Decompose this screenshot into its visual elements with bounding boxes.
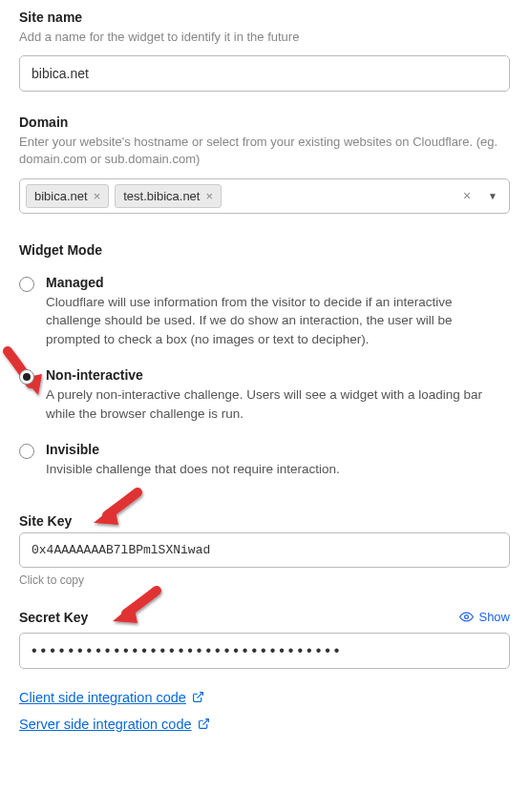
radio-label: Non-interactive bbox=[46, 367, 510, 383]
link-label: Client side integration code bbox=[19, 690, 186, 705]
external-link-icon bbox=[192, 691, 204, 703]
svg-point-0 bbox=[465, 615, 469, 619]
svg-line-2 bbox=[202, 719, 208, 725]
annotation-arrow-icon bbox=[105, 585, 164, 633]
domain-tag-label: bibica.net bbox=[34, 189, 88, 203]
radio-desc: A purely non-interactive challenge. User… bbox=[46, 385, 510, 423]
radio-desc: Invisible challenge that does not requir… bbox=[46, 460, 510, 479]
secret-key-label: Secret Key bbox=[19, 610, 88, 625]
show-label: Show bbox=[478, 610, 510, 624]
radio-label: Invisible bbox=[46, 442, 510, 457]
server-integration-link[interactable]: Server side integration code bbox=[19, 717, 210, 732]
secret-key-value[interactable]: •••••••••••••••••••••••••••••••••• bbox=[19, 633, 510, 669]
chevron-down-icon[interactable]: ▼ bbox=[482, 191, 503, 201]
radio-label: Managed bbox=[46, 275, 510, 290]
domain-tag[interactable]: bibica.net × bbox=[26, 184, 109, 208]
clear-icon[interactable]: × bbox=[457, 188, 476, 203]
click-to-copy-hint: Click to copy bbox=[19, 573, 510, 587]
site-name-hint: Add a name for the widget to identify it… bbox=[19, 29, 510, 46]
site-key-section: Site Key 0x4AAAAAAAB7lBPmlSXNiwad Click … bbox=[19, 513, 510, 587]
radio-invisible[interactable] bbox=[19, 444, 34, 459]
radio-noninteractive[interactable] bbox=[19, 369, 34, 385]
domain-section: Domain Enter your website's hostname or … bbox=[19, 115, 510, 213]
site-key-label: Site Key bbox=[19, 513, 510, 529]
radio-option-managed[interactable]: Managed Cloudflare will use information … bbox=[19, 275, 510, 349]
site-name-input[interactable] bbox=[19, 55, 510, 92]
close-icon[interactable]: × bbox=[205, 190, 213, 202]
integration-links: Client side integration code Server side… bbox=[19, 690, 510, 743]
show-secret-button[interactable]: Show bbox=[459, 610, 510, 624]
external-link-icon bbox=[198, 718, 210, 730]
site-key-value[interactable]: 0x4AAAAAAAB7lBPmlSXNiwad bbox=[19, 532, 510, 568]
close-icon[interactable]: × bbox=[94, 190, 101, 202]
domain-hint: Enter your website's hostname or select … bbox=[19, 134, 510, 168]
widget-mode-section: Widget Mode Managed Cloudflare will use … bbox=[19, 242, 510, 479]
svg-line-1 bbox=[197, 693, 202, 698]
domain-multiselect[interactable]: bibica.net × test.bibica.net × × ▼ bbox=[19, 178, 510, 214]
site-name-section: Site name Add a name for the widget to i… bbox=[19, 10, 510, 92]
domain-tag[interactable]: test.bibica.net × bbox=[115, 184, 222, 208]
site-name-label: Site name bbox=[19, 10, 510, 25]
client-integration-link[interactable]: Client side integration code bbox=[19, 690, 204, 705]
radio-desc: Cloudflare will use information from the… bbox=[46, 293, 510, 349]
radio-managed[interactable] bbox=[19, 277, 34, 292]
secret-key-section: Secret Key Show ••••••••••••••••••••••••… bbox=[19, 610, 510, 669]
radio-option-invisible[interactable]: Invisible Invisible challenge that does … bbox=[19, 442, 510, 479]
widget-mode-heading: Widget Mode bbox=[19, 242, 510, 258]
link-label: Server side integration code bbox=[19, 717, 192, 732]
eye-icon bbox=[459, 610, 474, 624]
domain-label: Domain bbox=[19, 115, 510, 130]
radio-option-noninteractive[interactable]: Non-interactive A purely non-interactive… bbox=[19, 367, 510, 423]
domain-tag-label: test.bibica.net bbox=[123, 189, 200, 203]
